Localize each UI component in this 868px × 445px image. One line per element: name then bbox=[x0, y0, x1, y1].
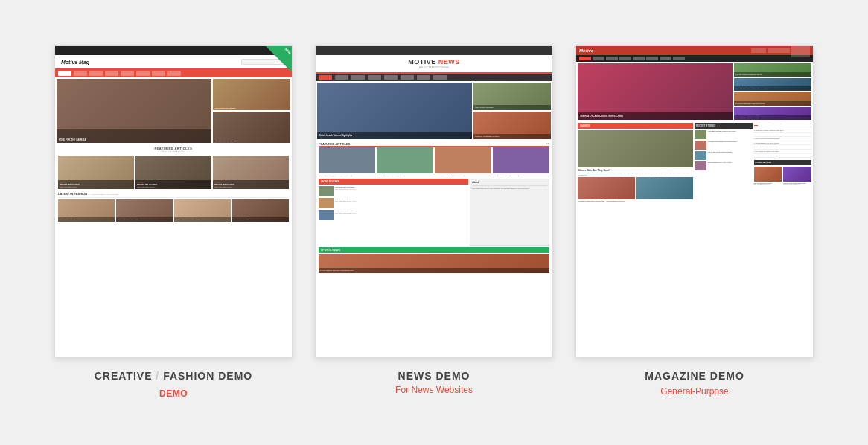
fashion-demo-title: CREATIVE / FASHION DEMO bbox=[95, 370, 253, 382]
fashion-topbar bbox=[55, 46, 292, 55]
news-nav-tech bbox=[384, 75, 398, 80]
fashion-hero-side: JOIN STORIES ON A ROWER FINANCES ON CHAL… bbox=[213, 79, 290, 143]
mag-recent-head: Recent Stories bbox=[695, 123, 753, 129]
news-mockup: MOTIVE NEWS A FULLY FEATURED THEME bbox=[316, 46, 552, 357]
article-1-title: BRUNETTES IN TOWN bbox=[60, 183, 133, 185]
mag-fashion-col: Fashion Gilmore Girls: Are They Gone? To… bbox=[578, 123, 693, 209]
news-screenshot[interactable]: MOTIVE NEWS A FULLY FEATURED THEME bbox=[315, 45, 553, 358]
news-nav-home bbox=[319, 75, 332, 80]
news-demo-card: MOTIVE NEWS A FULLY FEATURED THEME bbox=[315, 45, 553, 395]
news-sports-img: CIPFE to town Dom Bla Shobowing Line bbox=[319, 254, 549, 273]
article-3: FASHION BRUNETTES IN TOWN Today, both pa… bbox=[213, 156, 289, 189]
mag-side-3: The Portland Backstage Drops From Derack bbox=[734, 92, 811, 106]
mag-side-4-caption: What Reviewers Say About Android bbox=[735, 117, 810, 118]
mag-fashion-head: Fashion bbox=[578, 123, 693, 129]
mag-side-2-caption: NYPD Bragged About Arresting Non on Face… bbox=[735, 88, 810, 89]
news-hero-side: Knick-knack Highlights Financial Consult… bbox=[473, 83, 551, 139]
news-nav-politics bbox=[335, 75, 348, 80]
mag-fashion-caption2: The Rise Of Capri Couture Stores Critics… bbox=[578, 200, 693, 202]
news-nav-features bbox=[351, 75, 365, 80]
mag-dream-box bbox=[768, 48, 790, 53]
fashion-hero: POSE FOR THE CAMERA JOIN STORIES ON A RO… bbox=[55, 77, 292, 144]
news-article-1-img bbox=[319, 147, 375, 173]
mag-pop-tab-recent: RECENT bbox=[761, 123, 768, 126]
news-nav-lifestyle bbox=[417, 75, 430, 80]
fashion-nav-lifestyle bbox=[152, 71, 165, 76]
mag-nav-dailies bbox=[619, 57, 631, 60]
magazine-demo-subtitle: General-Purpose bbox=[645, 386, 744, 397]
news-hero: Knick-knack Talents Highlights Knick-kna… bbox=[316, 81, 552, 141]
news-hero-title: Knick-knack Talents Highlights bbox=[319, 134, 470, 137]
mag-hero-title-1: The Rise Of Capri Couture Stores Critics bbox=[580, 115, 730, 118]
article-2-text: Today, both paper and pen... bbox=[137, 186, 210, 188]
mag-pop-tab-hot: HOT bbox=[754, 123, 758, 126]
magazine-demo-card: Motive bbox=[575, 45, 814, 397]
fashion-thumb-3: AFTER AUSTIN, ALL TOWN SHIRT bbox=[174, 199, 231, 222]
article-2: CULTURE BRUNETTES IN TOWN Today, both pa… bbox=[135, 156, 211, 189]
mag-content: Fashion Gilmore Girls: Are They Gone? To… bbox=[576, 121, 813, 211]
news-tagline: A FULLY FEATURED THEME bbox=[319, 66, 549, 69]
fashion-thumb-1: BRUNETTES IN TOWN bbox=[58, 199, 115, 222]
news-sports-head: Sports News bbox=[319, 247, 549, 253]
news-article-2-img bbox=[377, 147, 433, 173]
fashion-side-1: JOIN STORIES ON A ROWER bbox=[213, 79, 290, 110]
mag-recent-thumb-3 bbox=[695, 151, 706, 160]
article-1: BEAUTY BRUNETTES IN TOWN Today, both pap… bbox=[58, 156, 134, 189]
news-article-4-img bbox=[493, 147, 549, 173]
news-topbar bbox=[316, 46, 552, 55]
magazine-screenshot[interactable]: Motive bbox=[575, 45, 814, 358]
fashion-side-2: FINANCES ON CHALLENGES bbox=[213, 112, 290, 143]
news-world-thumb-1 bbox=[319, 186, 334, 196]
mag-nav-home bbox=[579, 57, 591, 60]
news-nav-reviews bbox=[433, 75, 447, 80]
news-sports-caption: CIPFE to town Dom Bla Shobowing Line bbox=[320, 269, 548, 272]
news-article-1: Multi-page Customize Slideshow Post bbox=[319, 147, 375, 177]
fashion-thumb-4: UPCOMING WORLDS bbox=[232, 199, 289, 222]
mag-subscribe-box bbox=[751, 48, 766, 53]
mag-hero-grid: The Rise Of Capri Couture Stores Critics… bbox=[576, 62, 813, 121]
news-world: World News Fascinating Facts about Paris… bbox=[316, 179, 552, 246]
news-world-about-text: Today both paper and pen are a ubiquitou… bbox=[472, 188, 547, 190]
news-side-1-title: Knick-knack Highlights bbox=[475, 106, 549, 109]
fashion-nav-beauty bbox=[74, 71, 87, 76]
mag-fashion-text: Today both paper and pen are a ubiquitou… bbox=[578, 172, 693, 176]
demos-container: Motive Mag NEW bbox=[0, 23, 868, 422]
mag-nav-lifestyle bbox=[633, 57, 645, 60]
mag-pop-7: 7. Review of the 5 Best Pizza Places bbox=[754, 154, 812, 159]
article-3-text: Today, both paper and pen... bbox=[214, 186, 287, 188]
mag-recent-text-2: 10 Great Chocolate with Chocolate Frosti… bbox=[708, 141, 737, 150]
fashion-thumbs: BRUNETTES IN TOWN GOLD MORNING FOR CAPE … bbox=[58, 199, 289, 222]
news-featured-heading: Featured Articles bbox=[319, 142, 350, 146]
mag-recent-text-1: Multi-page Ordered Christmas Tree Phone bbox=[708, 130, 736, 139]
fashion-screenshot[interactable]: Motive Mag NEW bbox=[54, 45, 293, 358]
mag-review-1-img bbox=[754, 167, 782, 182]
mag-review-2: Review of the 5 Best Pizza Places Today … bbox=[783, 167, 811, 185]
fashion-nav-tech bbox=[121, 71, 134, 76]
fashion-mockup: Motive Mag NEW bbox=[55, 46, 292, 357]
mag-hero-main: The Rise Of Capri Couture Stores Critics bbox=[578, 63, 733, 120]
magazine-demo-title: MAGAZINE DEMO bbox=[645, 370, 744, 382]
news-article-2: Green Tea Can Cure Cancer bbox=[377, 147, 433, 177]
mag-review-1: Baby on the Way for Moms! Today both pap… bbox=[754, 167, 782, 185]
mag-logo: Motive bbox=[579, 48, 593, 53]
fashion-demo-link[interactable]: DEMO bbox=[159, 388, 188, 399]
fashion-nav-home bbox=[58, 71, 71, 76]
mag-fashion-img2 bbox=[578, 177, 635, 199]
mag-recent-2: 10 Great Chocolate with Chocolate Frosti… bbox=[695, 141, 753, 150]
mag-pop-tab-comments: COMMENTS bbox=[771, 123, 782, 126]
fashion-info: CREATIVE / FASHION DEMO DEMO bbox=[95, 370, 253, 400]
article-1-text: Today, both paper and pen... bbox=[60, 186, 133, 188]
mag-recent-1: Multi-page Ordered Christmas Tree Phone bbox=[695, 130, 753, 139]
news-side-2-title: Financial Consulting Partners bbox=[475, 135, 549, 138]
mag-latest-reviews: Baby on the Way for Moms! Today both pap… bbox=[754, 167, 812, 185]
article-2-title: BRUNETTES IN TOWN bbox=[137, 183, 210, 185]
news-article-4-title: Movies to Watch This Sunday bbox=[493, 175, 549, 177]
news-demo-title: NEWS DEMO bbox=[395, 370, 473, 382]
news-article-3: Fascinating Facts about Paris bbox=[435, 147, 491, 177]
news-side-2: Financial Consulting Partners bbox=[473, 112, 551, 139]
fashion-nav-reviews bbox=[167, 71, 181, 76]
news-world-item-2: Free Day San Diego BlossomyToday both pa… bbox=[319, 198, 468, 208]
article-2-info: CULTURE BRUNETTES IN TOWN Today, both pa… bbox=[135, 180, 211, 189]
fashion-title-part2: FASHION DEMO bbox=[163, 370, 252, 382]
fashion-side-1-caption: JOIN STORIES ON A ROWER bbox=[215, 107, 236, 109]
